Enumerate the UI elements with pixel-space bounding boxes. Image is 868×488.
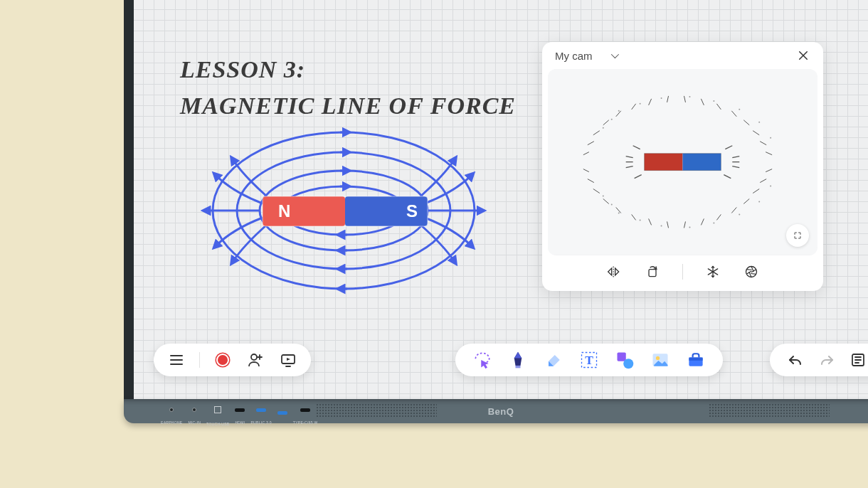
text-tool-button[interactable]: T <box>579 350 599 370</box>
svg-point-20 <box>618 212 620 213</box>
aperture-button[interactable] <box>743 263 760 280</box>
magnet-north-label: N <box>278 201 290 221</box>
eraser-icon <box>544 349 563 371</box>
close-button[interactable] <box>793 46 813 65</box>
svg-point-1 <box>260 171 428 250</box>
session-toolbar <box>154 344 311 376</box>
svg-rect-43 <box>689 358 702 361</box>
record-icon <box>218 355 228 365</box>
svg-point-8 <box>611 119 613 120</box>
interactive-display-screen: Lesson 3: Magnetic line of force <box>124 0 868 409</box>
lesson-title: Lesson 3: Magnetic line of force <box>180 51 516 124</box>
eraser-tool-button[interactable] <box>544 350 563 370</box>
svg-point-16 <box>758 122 760 123</box>
svg-point-3 <box>213 132 475 289</box>
drawing-toolbar: T <box>455 344 723 376</box>
svg-point-41 <box>656 356 660 360</box>
present-button[interactable] <box>278 350 298 370</box>
add-user-icon <box>247 351 264 368</box>
camera-panel-header[interactable]: My cam <box>542 42 823 69</box>
chevron-down-icon <box>610 51 618 58</box>
speaker-grille-right <box>709 403 830 418</box>
image-tool-button[interactable] <box>650 350 670 370</box>
camera-source-label: My cam <box>555 50 593 62</box>
camera-tools <box>542 255 823 291</box>
mirror-icon <box>607 265 621 279</box>
present-icon <box>280 351 297 368</box>
camera-feed-image <box>548 69 817 255</box>
menu-button[interactable] <box>166 350 186 370</box>
svg-point-25 <box>739 213 740 215</box>
svg-point-2 <box>237 152 450 269</box>
svg-point-18 <box>611 203 613 205</box>
svg-point-32 <box>746 267 757 277</box>
aperture-icon <box>744 265 758 279</box>
separator <box>682 264 683 280</box>
svg-point-33 <box>251 354 257 360</box>
freeze-button[interactable] <box>704 263 721 280</box>
mirror-button[interactable] <box>605 263 623 280</box>
fullscreen-button[interactable] <box>786 224 809 247</box>
pen-tool-button[interactable] <box>508 350 528 370</box>
rotate-icon <box>645 265 660 279</box>
redo-icon <box>818 351 835 368</box>
io-ports: EARPHONE MIC-IN TOUCH-USB HDMI PUBLIC 3.… <box>161 406 318 419</box>
speaker-grille-left <box>316 403 437 418</box>
freeze-icon <box>706 265 720 279</box>
magnet-south-label: S <box>406 201 418 221</box>
select-tool-button[interactable] <box>472 350 492 370</box>
camera-view <box>548 69 817 255</box>
svg-point-0 <box>281 186 406 235</box>
svg-point-13 <box>689 96 690 97</box>
rotate-button[interactable] <box>644 263 661 280</box>
brand-logo: BenQ <box>488 406 514 417</box>
lesson-title-line1: Lesson 3: <box>180 51 516 87</box>
display-bezel: BenQ EARPHONE MIC-IN TOUCH-USB HDMI PUBL… <box>124 399 868 423</box>
pen-icon <box>508 349 528 371</box>
svg-rect-6 <box>263 196 428 226</box>
svg-point-27 <box>770 186 771 187</box>
image-icon <box>650 349 670 371</box>
pages-button[interactable] <box>848 350 868 370</box>
camera-panel[interactable]: My cam <box>542 42 823 291</box>
svg-rect-31 <box>649 270 656 277</box>
svg-point-39 <box>623 359 633 368</box>
svg-point-9 <box>603 127 604 129</box>
svg-point-19 <box>603 196 604 197</box>
shapes-icon <box>615 349 635 371</box>
svg-point-14 <box>713 100 714 102</box>
svg-point-26 <box>758 201 760 203</box>
svg-point-24 <box>713 222 714 223</box>
camera-source-dropdown[interactable]: My cam <box>555 50 617 62</box>
svg-point-21 <box>640 219 641 221</box>
toolbox-icon <box>686 349 706 371</box>
magnet-field-diagram: N S <box>194 125 493 296</box>
svg-rect-35 <box>516 366 521 368</box>
svg-rect-5 <box>345 196 428 226</box>
toolbox-button[interactable] <box>686 350 706 370</box>
redo-button[interactable] <box>817 350 837 370</box>
svg-point-11 <box>640 103 641 105</box>
svg-point-10 <box>618 110 620 112</box>
svg-point-12 <box>661 97 662 99</box>
lesson-title-line2: Magnetic line of force <box>180 87 516 124</box>
separator <box>199 352 200 368</box>
close-icon <box>797 49 810 62</box>
svg-rect-29 <box>682 154 721 171</box>
add-participant-button[interactable] <box>245 350 265 370</box>
fullscreen-icon <box>793 231 802 240</box>
record-button[interactable] <box>213 350 233 370</box>
svg-rect-4 <box>263 196 345 226</box>
lasso-select-icon <box>472 349 492 371</box>
svg-point-15 <box>739 109 740 110</box>
svg-rect-38 <box>618 353 626 361</box>
svg-rect-28 <box>645 154 683 171</box>
shapes-tool-button[interactable] <box>615 350 635 370</box>
pages-icon <box>850 351 867 368</box>
undo-button[interactable] <box>785 350 805 370</box>
undo-icon <box>787 351 804 368</box>
text-icon: T <box>579 349 599 371</box>
history-toolbar <box>770 344 868 376</box>
menu-icon <box>168 351 185 368</box>
svg-point-22 <box>661 225 662 226</box>
